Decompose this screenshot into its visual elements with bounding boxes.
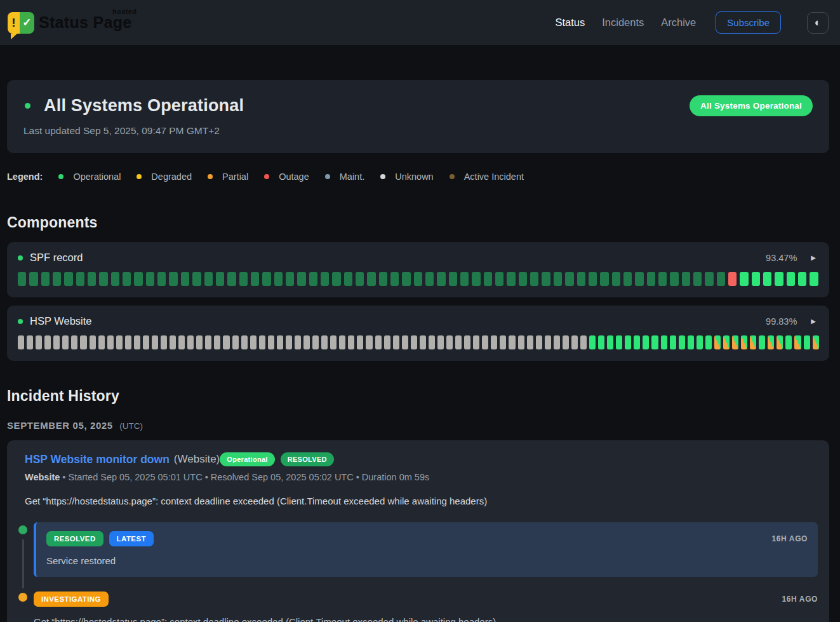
nav-archive[interactable]: Archive	[661, 17, 696, 29]
uptime-bar[interactable]	[495, 272, 503, 286]
uptime-bar[interactable]	[420, 335, 426, 349]
uptime-bar[interactable]	[804, 335, 810, 349]
uptime-bar[interactable]	[181, 272, 189, 286]
uptime-bar[interactable]	[88, 272, 96, 286]
uptime-bar[interactable]	[309, 272, 317, 286]
uptime-bar[interactable]	[259, 335, 265, 349]
uptime-bar[interactable]	[107, 335, 114, 349]
uptime-bar[interactable]	[509, 335, 515, 349]
uptime-bar[interactable]	[554, 335, 560, 349]
uptime-bar[interactable]	[303, 335, 310, 349]
uptime-bar[interactable]	[178, 335, 185, 349]
uptime-bar[interactable]	[670, 272, 678, 286]
uptime-bar[interactable]	[251, 272, 259, 286]
uptime-bar[interactable]	[530, 272, 538, 286]
uptime-bar[interactable]	[62, 335, 69, 349]
uptime-bar[interactable]	[425, 272, 434, 286]
uptime-bar[interactable]	[250, 335, 257, 349]
uptime-bar[interactable]	[705, 272, 713, 286]
uptime-bar[interactable]	[728, 272, 737, 286]
uptime-bar[interactable]	[714, 335, 721, 349]
uptime-bar[interactable]	[717, 272, 725, 286]
uptime-bar[interactable]	[705, 335, 712, 349]
uptime-bar[interactable]	[455, 335, 462, 349]
uptime-bar[interactable]	[71, 335, 77, 349]
uptime-bar[interactable]	[379, 272, 387, 286]
uptime-bar[interactable]	[44, 335, 51, 349]
uptime-bar[interactable]	[295, 335, 301, 349]
uptime-bar[interactable]	[768, 335, 774, 349]
uptime-bar[interactable]	[607, 335, 613, 349]
uptime-bar[interactable]	[205, 335, 211, 349]
brand-logo[interactable]: ! ✓ Status Page hosted	[8, 11, 134, 35]
uptime-bar[interactable]	[241, 335, 248, 349]
uptime-bar[interactable]	[473, 335, 479, 349]
uptime-bar[interactable]	[589, 335, 596, 349]
uptime-bar[interactable]	[187, 335, 194, 349]
uptime-bar[interactable]	[554, 272, 562, 286]
uptime-bar[interactable]	[414, 272, 422, 286]
uptime-bar[interactable]	[286, 335, 292, 349]
uptime-bar[interactable]	[449, 272, 457, 286]
uptime-bar[interactable]	[312, 335, 319, 349]
uptime-bar[interactable]	[446, 335, 453, 349]
uptime-bar[interactable]	[18, 335, 24, 349]
uptime-bar[interactable]	[545, 335, 551, 349]
uptime-bar[interactable]	[214, 335, 220, 349]
uptime-bar[interactable]	[143, 335, 149, 349]
subscribe-button[interactable]: Subscribe	[716, 11, 781, 34]
uptime-bar[interactable]	[321, 335, 328, 349]
uptime-bar[interactable]	[76, 272, 84, 286]
uptime-bar[interactable]	[36, 335, 42, 349]
uptime-bar[interactable]	[402, 272, 410, 286]
uptime-bar[interactable]	[651, 335, 658, 349]
uptime-bar[interactable]	[356, 272, 364, 286]
uptime-bar[interactable]	[625, 335, 631, 349]
uptime-bar[interactable]	[484, 272, 492, 286]
uptime-bar[interactable]	[682, 272, 690, 286]
uptime-bar[interactable]	[437, 272, 445, 286]
uptime-bar[interactable]	[29, 272, 37, 286]
uptime-bar[interactable]	[274, 272, 283, 286]
uptime-bar[interactable]	[367, 272, 375, 286]
uptime-bar[interactable]	[670, 335, 676, 349]
uptime-bar[interactable]	[80, 335, 86, 349]
uptime-bar[interactable]	[542, 272, 550, 286]
uptime-bar[interactable]	[111, 272, 119, 286]
uptime-bar[interactable]	[616, 335, 622, 349]
uptime-bar[interactable]	[393, 335, 399, 349]
uptime-bar[interactable]	[437, 335, 444, 349]
uptime-bar[interactable]	[787, 272, 795, 286]
uptime-bar[interactable]	[623, 272, 632, 286]
uptime-bar[interactable]	[563, 335, 569, 349]
uptime-bar[interactable]	[375, 335, 382, 349]
uptime-bar[interactable]	[697, 335, 703, 349]
uptime-bar[interactable]	[679, 335, 685, 349]
uptime-bar[interactable]	[332, 272, 340, 286]
uptime-bar[interactable]	[402, 335, 408, 349]
uptime-bar[interactable]	[600, 272, 608, 286]
uptime-bar[interactable]	[297, 272, 305, 286]
uptime-bar[interactable]	[170, 335, 176, 349]
uptime-bar[interactable]	[161, 335, 167, 349]
uptime-bar[interactable]	[519, 272, 527, 286]
uptime-bar[interactable]	[366, 335, 372, 349]
uptime-bar[interactable]	[661, 335, 667, 349]
uptime-bar[interactable]	[658, 272, 667, 286]
uptime-bar[interactable]	[27, 335, 33, 349]
nav-status[interactable]: Status	[555, 17, 585, 29]
uptime-bar[interactable]	[339, 335, 345, 349]
uptime-bar[interactable]	[98, 335, 105, 349]
uptime-bar[interactable]	[752, 272, 760, 286]
uptime-bar[interactable]	[99, 272, 107, 286]
uptime-bar[interactable]	[813, 335, 819, 349]
uptime-bar[interactable]	[732, 335, 738, 349]
uptime-bar[interactable]	[777, 335, 783, 349]
uptime-bar[interactable]	[146, 272, 154, 286]
uptime-bar[interactable]	[90, 335, 96, 349]
uptime-bar[interactable]	[635, 272, 643, 286]
uptime-bar[interactable]	[759, 335, 765, 349]
uptime-bar[interactable]	[357, 335, 363, 349]
uptime-bar[interactable]	[268, 335, 274, 349]
uptime-bar[interactable]	[232, 335, 239, 349]
